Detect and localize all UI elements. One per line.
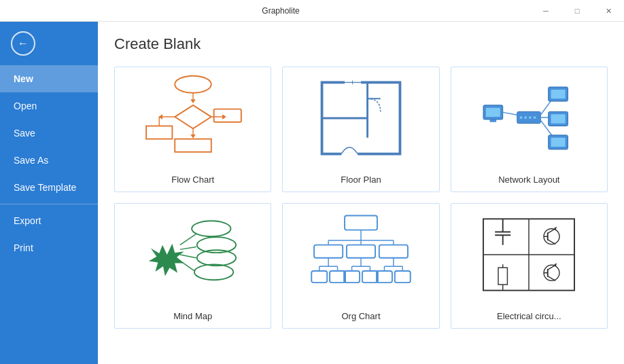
sidebar-item-save[interactable]: Save [0,120,98,147]
svg-rect-56 [314,245,343,258]
svg-rect-63 [311,271,327,283]
svg-point-27 [520,116,523,119]
svg-marker-3 [175,105,211,128]
svg-marker-41 [149,244,184,276]
svg-point-0 [175,76,211,93]
sidebar-item-open-label: Open [14,101,37,111]
svg-rect-70 [362,271,378,283]
back-icon: ← [11,31,35,56]
svg-rect-58 [379,245,408,258]
titlebar-title: Grapholite [31,6,530,16]
svg-point-29 [529,116,532,119]
svg-rect-64 [330,271,345,283]
template-preview-network-layout [451,67,607,169]
template-label-network-layout: Network Layout [498,169,559,192]
svg-rect-69 [344,271,360,283]
svg-rect-36 [551,114,566,123]
sidebar-item-save-as[interactable]: Save As [0,147,98,174]
sidebar-item-print[interactable]: Print [0,234,98,261]
app-body: ← New Open Save Save As Save Template Ex… [0,22,624,364]
svg-point-28 [525,116,527,119]
svg-rect-57 [347,245,375,258]
template-label-flow-chart: Flow Chart [171,169,214,192]
template-label-org-chart: Org Chart [341,306,380,328]
template-card-floor-plan[interactable]: Floor Plan [282,67,439,192]
svg-line-48 [179,260,194,271]
svg-point-49 [194,264,233,280]
sidebar-item-save-template[interactable]: Save Template [0,174,98,201]
template-preview-mind-map [115,204,271,306]
svg-rect-39 [551,138,566,147]
template-preview-electrical-circuit [451,204,607,306]
template-card-flow-chart[interactable]: Flow Chart [114,67,271,192]
back-button[interactable]: ← [0,22,98,65]
template-preview-floor-plan [283,67,438,169]
sidebar-item-print-label: Print [14,242,33,253]
svg-line-46 [180,255,196,258]
back-arrow: ← [18,37,29,50]
sidebar-item-new[interactable]: New [0,65,98,92]
svg-point-30 [534,116,536,119]
sidebar-item-open[interactable]: Open [0,92,98,120]
template-preview-flow-chart [115,67,271,169]
sidebar-item-export[interactable]: Export [0,207,98,234]
sidebar-item-export-label: Export [14,215,41,226]
template-card-mind-map[interactable]: Mind Map [114,203,271,329]
sidebar-item-save-template-label: Save Template [14,182,76,193]
titlebar: Grapholite ─ □ ✕ [0,0,624,22]
sidebar-divider [0,204,98,204]
svg-rect-50 [345,216,377,230]
svg-rect-25 [490,120,497,122]
svg-rect-97 [498,268,507,285]
template-label-mind-map: Mind Map [173,306,212,328]
svg-rect-6 [146,126,172,139]
svg-line-40 [503,112,517,115]
sidebar-item-save-label: Save [14,128,35,139]
svg-rect-76 [395,271,411,283]
content-area: Create Blank [98,22,624,364]
template-label-floor-plan: Floor Plan [341,169,381,192]
sidebar-item-new-label: New [14,73,33,84]
svg-marker-2 [190,99,196,103]
close-button[interactable]: ✕ [593,0,624,22]
svg-rect-10 [175,139,211,152]
template-grid: Flow Chart [114,67,608,329]
svg-rect-24 [486,108,500,117]
minimize-button[interactable]: ─ [530,0,561,22]
content-header: Create Blank [98,22,624,61]
svg-line-44 [180,247,196,250]
template-preview-org-chart [283,204,438,306]
page-title: Create Blank [114,35,608,53]
titlebar-controls: ─ □ ✕ [530,0,624,21]
svg-rect-13 [213,109,241,122]
svg-line-42 [180,234,196,244]
content-body: Flow Chart [98,61,624,364]
maximize-button[interactable]: □ [561,0,593,22]
sidebar: ← New Open Save Save As Save Template Ex… [0,22,98,364]
sidebar-item-save-as-label: Save As [14,155,48,166]
template-card-org-chart[interactable]: Org Chart [282,203,439,329]
svg-point-43 [192,221,230,236]
svg-rect-75 [377,271,392,283]
svg-rect-33 [551,90,566,98]
template-card-electrical-circuit[interactable]: Electrical circu... [451,203,608,329]
svg-marker-12 [222,114,226,120]
template-label-electrical-circuit: Electrical circu... [497,306,561,328]
template-card-network-layout[interactable]: Network Layout [451,67,608,192]
svg-marker-9 [190,134,196,139]
